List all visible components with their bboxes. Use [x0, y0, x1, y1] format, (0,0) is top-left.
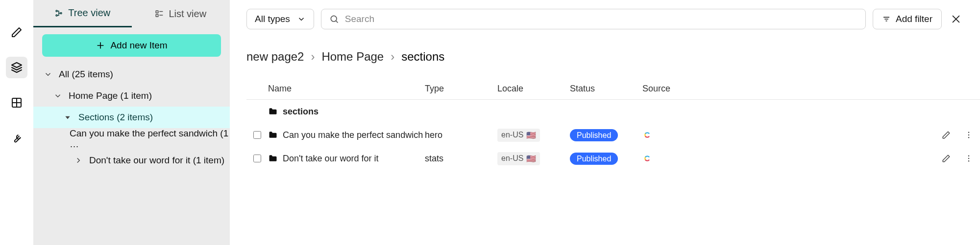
search-icon — [329, 14, 339, 24]
nav-rail — [0, 0, 33, 245]
tree-icon — [54, 9, 63, 18]
filter-icon — [882, 15, 891, 23]
row-checkbox[interactable] — [253, 131, 261, 139]
plus-icon — [96, 41, 105, 50]
tree-item-dont[interactable]: Don't take our word for it (1 item) — [33, 150, 230, 171]
sidebar: Tree view List view Add new Item All (25… — [33, 0, 230, 245]
tree-label: All (25 items) — [59, 69, 113, 80]
add-button-label: Add new Item — [110, 40, 167, 51]
grid-icon — [11, 97, 23, 109]
edit-icon[interactable] — [942, 131, 951, 139]
type-filter-label: All types — [255, 14, 290, 24]
chevron-right-icon: › — [391, 50, 394, 64]
tree-label: Home Page (1 item) — [69, 90, 152, 101]
col-status[interactable]: Status — [570, 84, 642, 94]
rail-content[interactable] — [6, 57, 27, 78]
contentful-icon — [642, 130, 652, 140]
main-panel: All types Add filter new page2 › Home Pa… — [230, 0, 980, 245]
table-folder-row[interactable]: sections — [246, 100, 980, 123]
svg-point-21 — [968, 132, 969, 133]
chevron-down-icon — [42, 70, 54, 79]
row-checkbox[interactable] — [253, 155, 261, 162]
edit-icon[interactable] — [942, 154, 951, 163]
tab-tree-view[interactable]: Tree view — [33, 0, 132, 27]
svg-line-15 — [336, 21, 338, 23]
more-icon[interactable] — [964, 154, 973, 163]
tree-label: Don't take our word for it (1 item) — [89, 155, 224, 166]
locale-badge: en-US 🇺🇸 — [497, 152, 540, 165]
folder-icon — [268, 154, 278, 163]
svg-marker-13 — [65, 116, 70, 119]
contentful-icon — [642, 154, 652, 163]
table-header: Name Type Locale Status Source — [246, 78, 980, 100]
locale-code: en-US — [501, 131, 523, 139]
crumb-root[interactable]: new page2 — [246, 50, 304, 64]
svg-point-24 — [968, 156, 969, 156]
crumb-current: sections — [401, 50, 444, 64]
tab-label: Tree view — [68, 7, 110, 19]
toolbar: All types Add filter — [246, 9, 980, 29]
view-tabs: Tree view List view — [33, 0, 230, 27]
breadcrumb: new page2 › Home Page › sections — [246, 50, 980, 64]
content-tree: All (25 items) Home Page (1 item) Sectio… — [33, 64, 230, 171]
rail-compose[interactable] — [6, 22, 27, 43]
tab-label: List view — [169, 8, 206, 20]
type-filter-dropdown[interactable]: All types — [246, 9, 314, 29]
caret-down-icon — [62, 114, 74, 121]
svg-marker-0 — [12, 63, 22, 67]
table-row[interactable]: Can you make the perfect sandwich hero e… — [246, 123, 980, 147]
chevron-down-icon — [297, 15, 306, 23]
tab-list-view[interactable]: List view — [132, 0, 230, 27]
tree-item-sections[interactable]: Sections (2 items) — [33, 107, 230, 128]
list-icon — [155, 9, 164, 18]
entry-name: Don't take our word for it — [283, 154, 379, 164]
entry-type: hero — [425, 130, 497, 140]
wrench-icon — [11, 132, 23, 144]
close-icon — [951, 14, 961, 24]
entry-type: stats — [425, 154, 497, 164]
table-row[interactable]: Don't take our word for it stats en-US 🇺… — [246, 147, 980, 170]
flag-icon: 🇺🇸 — [526, 131, 536, 140]
svg-point-22 — [968, 134, 969, 135]
chevron-right-icon: › — [311, 50, 315, 64]
chevron-down-icon — [52, 91, 64, 100]
tree-item-home[interactable]: Home Page (1 item) — [33, 85, 230, 107]
search-box[interactable] — [321, 9, 866, 29]
status-badge: Published — [570, 129, 618, 141]
search-input[interactable] — [345, 14, 858, 24]
add-new-item-button[interactable]: Add new Item — [42, 34, 221, 57]
close-button[interactable] — [949, 12, 963, 26]
entry-name: Can you make the perfect sandwich — [283, 130, 423, 140]
more-icon[interactable] — [964, 131, 973, 139]
tree-item-all[interactable]: All (25 items) — [33, 64, 230, 85]
flag-icon: 🇺🇸 — [526, 154, 536, 163]
col-type[interactable]: Type — [425, 84, 497, 94]
svg-point-23 — [968, 137, 969, 138]
folder-icon — [268, 107, 278, 116]
tree-label: Can you make the perfect sandwich (1 … — [70, 128, 230, 150]
status-badge: Published — [570, 153, 618, 165]
locale-code: en-US — [501, 154, 523, 163]
col-name[interactable]: Name — [268, 84, 425, 94]
folder-icon — [268, 130, 278, 140]
chevron-right-icon — [73, 156, 84, 165]
crumb-parent[interactable]: Home Page — [321, 50, 384, 64]
tree-item-sandwich[interactable]: Can you make the perfect sandwich (1 … — [33, 128, 230, 150]
pen-icon — [11, 26, 23, 38]
add-filter-label: Add filter — [896, 14, 932, 24]
tree-label: Sections (2 items) — [78, 112, 153, 123]
svg-rect-8 — [156, 15, 159, 17]
col-locale[interactable]: Locale — [497, 84, 570, 94]
svg-point-25 — [968, 158, 969, 159]
svg-point-14 — [331, 16, 337, 22]
svg-point-26 — [968, 160, 969, 161]
add-filter-button[interactable]: Add filter — [873, 9, 942, 29]
layers-icon — [11, 62, 23, 73]
col-source[interactable]: Source — [642, 84, 935, 94]
rail-settings[interactable] — [6, 127, 27, 149]
content-table: Name Type Locale Status Source sections … — [246, 78, 980, 170]
locale-badge: en-US 🇺🇸 — [497, 129, 540, 142]
folder-name: sections — [283, 107, 318, 117]
svg-rect-7 — [156, 11, 159, 13]
rail-model[interactable] — [6, 92, 27, 113]
